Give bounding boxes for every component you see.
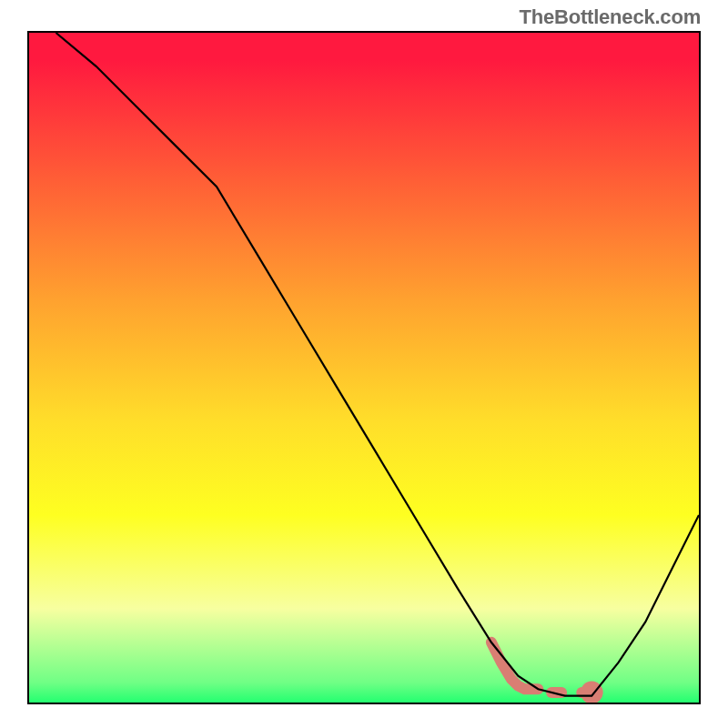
chart-container: TheBottleneck.com [0, 0, 728, 728]
watermark-text: TheBottleneck.com [519, 5, 701, 29]
plot-frame [27, 31, 701, 704]
heatmap-gradient [29, 33, 699, 703]
